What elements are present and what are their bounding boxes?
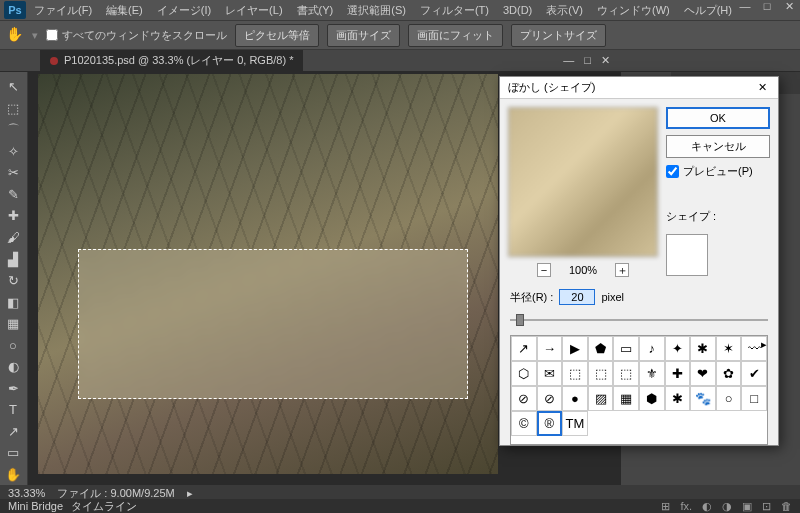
menu-type[interactable]: 書式(Y) — [291, 1, 340, 20]
menu-file[interactable]: ファイル(F) — [28, 1, 98, 20]
minibridge-tab[interactable]: Mini Bridge — [8, 500, 63, 512]
shape-option[interactable]: ▨ — [588, 386, 614, 411]
shape-option[interactable]: ✱ — [665, 386, 691, 411]
shape-option[interactable]: ▦ — [613, 386, 639, 411]
stamp-tool-icon[interactable]: ▟ — [0, 248, 26, 270]
shape-thumbnail[interactable] — [666, 234, 708, 276]
menu-window[interactable]: ウィンドウ(W) — [591, 1, 676, 20]
mask-icon[interactable]: ◐ — [702, 500, 712, 513]
window-minimize[interactable]: — — [738, 0, 752, 12]
menu-image[interactable]: イメージ(I) — [151, 1, 217, 20]
hand-tool-icon[interactable]: ✋ — [6, 26, 24, 44]
menu-edit[interactable]: 編集(E) — [100, 1, 149, 20]
doc-close[interactable]: ✕ — [601, 54, 610, 67]
trash-icon[interactable]: 🗑 — [781, 500, 792, 513]
crop-tool-icon[interactable]: ✂ — [0, 162, 26, 184]
shape-option[interactable]: ● — [562, 386, 588, 411]
shape-option[interactable]: ⚜ — [639, 361, 665, 386]
preview-label: プレビュー(P) — [683, 164, 753, 179]
shape-option[interactable]: ▭ — [613, 336, 639, 361]
scroll-all-checkbox[interactable]: すべてのウィンドウをスクロール — [46, 28, 227, 43]
shape-option[interactable]: ↗ — [511, 336, 537, 361]
wand-tool-icon[interactable]: ✧ — [0, 141, 26, 163]
blur-tool-icon[interactable]: ○ — [0, 334, 26, 356]
shape-option[interactable]: ⬚ — [613, 361, 639, 386]
new-layer-icon[interactable]: ⊡ — [762, 500, 771, 513]
shape-option[interactable]: 🐾 — [690, 386, 716, 411]
status-expand-icon[interactable]: ▸ — [187, 487, 193, 500]
doc-maximize[interactable]: □ — [584, 54, 591, 67]
window-close[interactable]: ✕ — [782, 0, 796, 12]
actual-pixels-button[interactable]: ピクセル等倍 — [235, 24, 319, 47]
lasso-tool-icon[interactable]: ⌒ — [0, 119, 26, 141]
type-tool-icon[interactable]: T — [0, 399, 26, 421]
eyedropper-tool-icon[interactable]: ✎ — [0, 184, 26, 206]
gradient-tool-icon[interactable]: ▦ — [0, 313, 26, 335]
shape-option[interactable]: ✚ — [665, 361, 691, 386]
shape-option[interactable]: ✿ — [716, 361, 742, 386]
preview-zoom: 100% — [569, 264, 597, 276]
timeline-tab[interactable]: タイムライン — [71, 499, 137, 514]
menu-select[interactable]: 選択範囲(S) — [341, 1, 412, 20]
menu-help[interactable]: ヘルプ(H) — [678, 1, 738, 20]
shape-option[interactable]: ⬚ — [562, 361, 588, 386]
zoom-value[interactable]: 33.33% — [8, 487, 45, 499]
menu-view[interactable]: 表示(V) — [540, 1, 589, 20]
shape-option[interactable]: ® — [537, 411, 563, 436]
shape-option[interactable]: → — [537, 336, 563, 361]
shape-option[interactable]: ⬟ — [588, 336, 614, 361]
shape-option[interactable]: ⬚ — [588, 361, 614, 386]
dodge-tool-icon[interactable]: ◐ — [0, 356, 26, 378]
shape-option[interactable]: ⊘ — [537, 386, 563, 411]
adjustment-icon[interactable]: ◑ — [722, 500, 732, 513]
fit-on-button[interactable]: 画面にフィット — [408, 24, 503, 47]
group-icon[interactable]: ▣ — [742, 500, 752, 513]
print-size-button[interactable]: プリントサイズ — [511, 24, 606, 47]
ok-button[interactable]: OK — [666, 107, 770, 129]
shape-option[interactable]: ▶ — [562, 336, 588, 361]
brush-tool-icon[interactable]: 🖌 — [0, 227, 26, 249]
menu-filter[interactable]: フィルター(T) — [414, 1, 495, 20]
shape-option[interactable]: ❤ — [690, 361, 716, 386]
zoom-in-button[interactable]: ＋ — [615, 263, 629, 277]
shape-option[interactable]: ⬢ — [639, 386, 665, 411]
hand-tool-icon[interactable]: ✋ — [0, 464, 26, 486]
shape-picker-menu-icon[interactable]: ▸ — [761, 338, 771, 348]
pen-tool-icon[interactable]: ✒ — [0, 377, 26, 399]
shape-option[interactable]: ♪ — [639, 336, 665, 361]
shape-option[interactable]: ○ — [716, 386, 742, 411]
eraser-tool-icon[interactable]: ◧ — [0, 291, 26, 313]
preview-checkbox[interactable]: プレビュー(P) — [666, 164, 770, 179]
window-maximize[interactable]: □ — [760, 0, 774, 12]
radius-slider[interactable] — [510, 311, 768, 329]
history-brush-icon[interactable]: ↻ — [0, 270, 26, 292]
marquee-tool-icon[interactable]: ⬚ — [0, 98, 26, 120]
dialog-close-icon[interactable]: ✕ — [754, 81, 770, 94]
dialog-titlebar[interactable]: ぼかし (シェイプ) ✕ — [500, 77, 778, 99]
shape-option[interactable]: ✱ — [690, 336, 716, 361]
shape-option[interactable]: ⊘ — [511, 386, 537, 411]
healing-tool-icon[interactable]: ✚ — [0, 205, 26, 227]
shape-option[interactable]: TM — [562, 411, 588, 436]
cancel-button[interactable]: キャンセル — [666, 135, 770, 158]
shape-option[interactable]: © — [511, 411, 537, 436]
document-tab[interactable]: P1020135.psd @ 33.3% (レイヤー 0, RGB/8) * — [40, 50, 303, 71]
preview-image[interactable] — [508, 107, 658, 257]
shape-option[interactable]: ✦ — [665, 336, 691, 361]
shape-option[interactable]: ✉ — [537, 361, 563, 386]
radius-input[interactable] — [559, 289, 595, 305]
shape-option[interactable]: ✔ — [741, 361, 767, 386]
menu-3d[interactable]: 3D(D) — [497, 2, 538, 18]
fit-screen-button[interactable]: 画面サイズ — [327, 24, 400, 47]
move-tool-icon[interactable]: ↖ — [0, 76, 26, 98]
menu-layer[interactable]: レイヤー(L) — [219, 1, 288, 20]
doc-minimize[interactable]: — — [563, 54, 574, 67]
shape-tool-icon[interactable]: ▭ — [0, 442, 26, 464]
zoom-out-button[interactable]: − — [537, 263, 551, 277]
fx-icon[interactable]: fx. — [680, 500, 692, 513]
path-tool-icon[interactable]: ↗ — [0, 421, 26, 443]
shape-option[interactable]: ✶ — [716, 336, 742, 361]
shape-option[interactable]: ⬡ — [511, 361, 537, 386]
layers-toggle-icon[interactable]: ⊞ — [661, 500, 670, 513]
shape-option[interactable]: □ — [741, 386, 767, 411]
